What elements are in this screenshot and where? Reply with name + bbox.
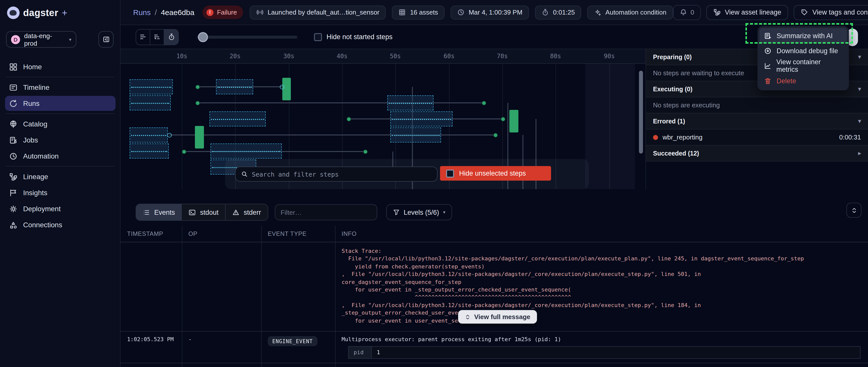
gantt-node-dot bbox=[195, 101, 200, 105]
timestamp-cell bbox=[121, 242, 182, 331]
step-search-input[interactable] bbox=[252, 170, 432, 178]
sidebar-collapse-button[interactable] bbox=[98, 31, 114, 48]
timed-view-button[interactable] bbox=[164, 29, 178, 44]
sidebar-item-home[interactable]: Home bbox=[5, 59, 116, 74]
stack-trace-text: Stack Trace: File "/usr/local/lib/python… bbox=[335, 242, 868, 325]
sidebar-item-jobs[interactable]: Jobs bbox=[5, 132, 116, 147]
event-type-cell bbox=[261, 242, 335, 331]
sidebar-item-runs[interactable]: Runs bbox=[5, 96, 116, 111]
stopwatch-icon bbox=[541, 8, 549, 16]
gantt-succeeded-step[interactable] bbox=[195, 126, 204, 148]
broadcast-icon bbox=[256, 8, 264, 16]
view-full-message-button[interactable]: View full message bbox=[458, 310, 537, 324]
notifications-button[interactable]: 0 bbox=[673, 5, 701, 20]
gantt-queued-step[interactable] bbox=[211, 143, 282, 159]
lineage-icon bbox=[713, 8, 721, 16]
event-log-body: Stack Trace: File "/usr/local/lib/python… bbox=[121, 242, 868, 367]
sidebar-item-automation[interactable]: Automation bbox=[5, 148, 116, 164]
runs-icon bbox=[9, 99, 18, 108]
step-search-field[interactable] bbox=[235, 167, 437, 181]
gantt-zoom-slider[interactable] bbox=[197, 32, 298, 42]
gantt-gridline bbox=[182, 64, 182, 189]
metadata-key: pid bbox=[349, 347, 372, 358]
metrics-icon bbox=[764, 62, 771, 69]
axis-tick-label: 60s bbox=[440, 53, 458, 60]
view-asset-lineage-button[interactable]: View asset lineage bbox=[706, 5, 788, 20]
sidebar-item-catalog[interactable]: Catalog bbox=[5, 116, 116, 131]
step-section-title: Succeeded (12) bbox=[653, 150, 699, 157]
gantt-node-dot bbox=[493, 133, 498, 137]
sidebar-item-timeline[interactable]: Timeline bbox=[5, 80, 116, 95]
flat-list-icon bbox=[139, 33, 147, 41]
info-cell: Stack Trace: File "/usr/local/lib/python… bbox=[335, 242, 868, 331]
breadcrumb-separator: / bbox=[155, 8, 157, 16]
terminal-icon bbox=[189, 208, 196, 216]
waterfall-view-button[interactable] bbox=[150, 29, 164, 44]
gantt-node-dot bbox=[347, 117, 351, 122]
gantt-queued-step[interactable] bbox=[390, 127, 441, 142]
run-status-label: Failure bbox=[217, 8, 237, 16]
column-divider bbox=[261, 226, 262, 367]
gantt-queued-step[interactable] bbox=[390, 111, 453, 127]
step-section-header[interactable]: Errored (1)▾ bbox=[646, 113, 868, 129]
hide-not-started-checkbox[interactable] bbox=[314, 33, 322, 41]
sidebar-item-connections[interactable]: Connections bbox=[5, 217, 116, 232]
step-section-header[interactable]: Succeeded (12)▸ bbox=[646, 145, 868, 162]
errored-step-row[interactable]: wbr_reporting0:00:31 bbox=[646, 129, 868, 145]
trash-icon bbox=[764, 77, 772, 85]
sidebar-nav: HomeTimelineRunsCatalogJobsAutomationLin… bbox=[0, 58, 121, 233]
home-icon bbox=[9, 63, 18, 71]
gantt-queued-step[interactable] bbox=[130, 95, 171, 110]
gantt-queued-step[interactable] bbox=[387, 95, 434, 110]
column-divider bbox=[182, 226, 182, 367]
sidebar: dagster + D data-eng-prod ▾ HomeTimeline… bbox=[0, 0, 121, 367]
menu-item-summarize-with-ai[interactable]: Summarize with AI bbox=[760, 28, 847, 43]
slider-thumb[interactable] bbox=[198, 32, 208, 42]
axis-tick-label: 10s bbox=[173, 53, 190, 60]
breadcrumb-runs-link[interactable]: Runs bbox=[133, 8, 151, 16]
gantt-scrollbar[interactable] bbox=[639, 71, 643, 154]
tab-stdout[interactable]: stdout bbox=[182, 204, 226, 220]
menu-item-delete[interactable]: Delete bbox=[760, 73, 847, 88]
hide-unselected-checkbox[interactable] bbox=[446, 169, 454, 177]
tab-stderr[interactable]: stderr bbox=[225, 204, 268, 220]
gantt-queued-step[interactable] bbox=[210, 111, 266, 127]
axis-tick-label: 80s bbox=[547, 53, 564, 60]
expand-collapse-icon bbox=[851, 207, 857, 213]
gantt-succeeded-step[interactable] bbox=[282, 78, 291, 100]
workspace-switcher[interactable]: D data-eng-prod ▾ bbox=[6, 31, 76, 48]
logo-plus: + bbox=[62, 7, 67, 18]
warning-icon bbox=[232, 208, 240, 216]
tab-events[interactable]: Events bbox=[136, 204, 182, 220]
section-caret-icon: ▸ bbox=[858, 150, 861, 157]
run-badge-label: 0:01:25 bbox=[553, 8, 575, 16]
run-badge: 0:01:25 bbox=[535, 5, 582, 19]
sidebar-item-deployment[interactable]: Deployment bbox=[5, 201, 116, 216]
log-filter-input[interactable] bbox=[281, 208, 369, 216]
levels-dropdown[interactable]: Levels (5/6) ▾ bbox=[386, 204, 452, 220]
gantt-queued-step[interactable] bbox=[130, 143, 169, 159]
dagster-run-page: dagster + D data-eng-prod ▾ HomeTimeline… bbox=[0, 0, 868, 367]
menu-item-view-container-metrics[interactable]: View container metrics bbox=[760, 58, 847, 73]
menu-item-download-debug-file[interactable]: Download debug file bbox=[760, 43, 847, 58]
flat-view-button[interactable] bbox=[136, 29, 150, 44]
step-section-empty-text: No steps are executing bbox=[646, 97, 868, 113]
sidebar-item-label: Timeline bbox=[23, 83, 50, 91]
log-filter-field[interactable] bbox=[275, 204, 377, 220]
workspace-avatar: D bbox=[11, 35, 20, 44]
deployment-icon bbox=[9, 204, 18, 213]
view-tags-config-button[interactable]: View tags and config bbox=[794, 5, 868, 20]
sidebar-item-label: Connections bbox=[23, 221, 62, 229]
view-asset-lineage-label: View asset lineage bbox=[725, 8, 781, 16]
gantt-queued-step[interactable] bbox=[216, 79, 253, 94]
gantt-queued-step[interactable] bbox=[130, 127, 168, 142]
sidebar-item-lineage[interactable]: Lineage bbox=[5, 169, 116, 184]
gantt-queued-step[interactable] bbox=[130, 79, 173, 94]
gantt-node-dot bbox=[482, 101, 486, 105]
gantt-succeeded-step[interactable] bbox=[509, 110, 518, 132]
gantt-dependency-line bbox=[169, 134, 495, 135]
sidebar-item-insights[interactable]: Insights bbox=[5, 185, 116, 200]
expand-log-panel-button[interactable] bbox=[846, 203, 862, 218]
event-metadata-table: pid1 bbox=[348, 346, 861, 359]
menu-item-label: Download debug file bbox=[777, 47, 838, 55]
